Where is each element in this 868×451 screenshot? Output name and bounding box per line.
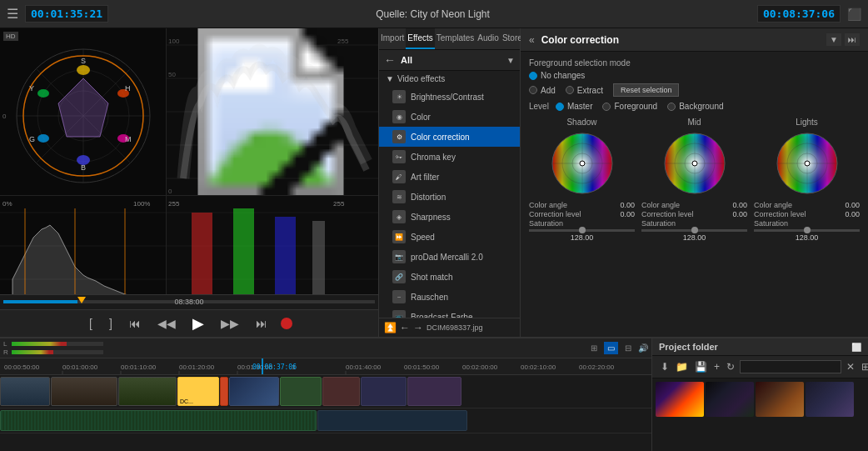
nav-path: DCIM698337.jpg	[427, 323, 515, 332]
level-background-label: Background	[679, 102, 723, 111]
project-folder-header: Project folder ⬜	[652, 338, 868, 356]
import-button[interactable]: ⬇	[659, 359, 671, 374]
effect-prodad[interactable]: 📷 proDad Mercalli 2.0	[379, 247, 520, 267]
radio-no-changes[interactable]: No changes	[529, 71, 585, 80]
project-search-input[interactable]	[740, 360, 841, 373]
mid-color-angle-label: Color angle	[641, 201, 680, 209]
svg-text:00:01:00:00: 00:01:00:00	[62, 363, 98, 371]
reset-selection-button[interactable]: Reset selection	[613, 83, 680, 97]
step-back-button[interactable]: ◀◀	[154, 315, 179, 332]
svg-rect-52	[275, 217, 296, 294]
record-button[interactable]	[281, 318, 292, 329]
timeline-tracks: DC...	[0, 375, 651, 451]
shadow-wheel[interactable]	[549, 130, 616, 197]
expand-icon[interactable]: ⬛	[847, 8, 861, 21]
menu-icon[interactable]: ☰	[7, 6, 18, 22]
mark-in-button[interactable]: [	[86, 315, 96, 332]
level-row: Level Master Foreground Background	[529, 102, 860, 111]
effect-color-correction[interactable]: ⚙ Color correction	[379, 127, 520, 147]
mid-wheel[interactable]	[661, 130, 728, 197]
project-folder-toolbar: ⬇ 📁 💾 + ↻ ✕ ⊞	[652, 356, 868, 378]
effect-color[interactable]: ◉ Color	[379, 107, 520, 127]
shadow-slider-handle	[579, 227, 586, 233]
thumbnail-1[interactable]	[656, 382, 704, 417]
lights-saturation-slider[interactable]	[754, 229, 860, 232]
level-master[interactable]: Master	[556, 102, 593, 111]
level-foreground[interactable]: Foreground	[602, 102, 657, 111]
effect-distortion[interactable]: ≋ Distortion	[379, 187, 520, 207]
mark-out-button[interactable]: ]	[106, 315, 116, 332]
mid-saturation-slider[interactable]	[641, 229, 747, 232]
lights-wheel-col: Lights	[754, 118, 860, 243]
svg-text:B: B	[81, 163, 86, 172]
effect-chroma-key[interactable]: 🗝 Chroma key	[379, 147, 520, 167]
search-clear-icon[interactable]: ✕	[845, 359, 856, 374]
art-filter-icon: 🖌	[392, 170, 406, 183]
refresh-button[interactable]: ↻	[725, 359, 736, 374]
effect-shot-match[interactable]: 🔗 Shot match	[379, 267, 520, 287]
grid-view-icon[interactable]: ⊞	[860, 359, 868, 374]
source-label: Quelle: City of Neon Light	[115, 8, 751, 20]
step-fwd-button[interactable]: ▶▶	[217, 315, 242, 332]
color-icon: ◉	[392, 110, 406, 123]
thumb-image-1	[656, 382, 704, 417]
folder-button[interactable]: 📁	[674, 359, 690, 374]
timeline-tool-split[interactable]: ⊟	[621, 342, 635, 354]
lights-params: Color angle 0.00 Correction level 0.00 S…	[754, 200, 860, 243]
effects-back-button[interactable]: ←	[384, 53, 396, 67]
svg-text:S: S	[81, 57, 86, 65]
mid-params: Color angle 0.00 Correction level 0.00 S…	[641, 200, 747, 243]
next-frame-button[interactable]: ⏭	[252, 315, 271, 332]
shadow-saturation-slider[interactable]	[529, 229, 635, 232]
tab-effects[interactable]: Effects	[406, 28, 434, 49]
radio-add[interactable]: Add	[529, 86, 556, 95]
radio-extract[interactable]: Extract	[566, 86, 603, 95]
play-button[interactable]: ▶	[189, 313, 207, 334]
svg-text:H: H	[125, 84, 131, 93]
thumbnail-2[interactable]	[706, 382, 754, 417]
thumbnail-3[interactable]	[756, 382, 804, 417]
panel-back-button[interactable]: «	[529, 34, 535, 46]
level-background[interactable]: Background	[667, 102, 723, 111]
panel-nav-icon[interactable]: ⏭	[845, 33, 860, 46]
collapse-icon[interactable]: ⏫	[384, 322, 397, 333]
color-body: Foreground selection mode No changes Add…	[521, 52, 868, 337]
effect-speed[interactable]: ⏩ Speed	[379, 227, 520, 247]
thumbnail-4[interactable]	[806, 382, 854, 417]
tab-templates[interactable]: Templates	[435, 28, 476, 49]
save-button[interactable]: 💾	[693, 359, 709, 374]
panel-dropdown-icon[interactable]: ▼	[826, 33, 841, 46]
lights-wheel[interactable]	[774, 130, 841, 197]
progress-bar[interactable]: 08:38:00	[0, 294, 378, 309]
add-button[interactable]: +	[712, 359, 721, 374]
progress-fill	[3, 300, 77, 303]
project-folder-expand-icon[interactable]: ⬜	[851, 343, 861, 352]
prodad-icon: 📷	[392, 250, 406, 263]
effects-panel: Import Effects Templates Audio Store ← A…	[379, 28, 521, 337]
effect-sharpness[interactable]: ◈ Sharpness	[379, 207, 520, 227]
svg-rect-53	[312, 221, 325, 294]
effect-broadcast[interactable]: 📺 Broadcast-Farbe	[379, 307, 520, 318]
effect-brightness-contrast[interactable]: ☀ Brightness/Contrast	[379, 87, 520, 107]
lights-color-angle-val: 0.00	[845, 201, 860, 209]
back-nav-icon[interactable]: ←	[400, 322, 410, 333]
svg-rect-50	[192, 213, 212, 294]
radio-dot-add	[529, 86, 537, 94]
svg-text:Y: Y	[29, 84, 34, 93]
tab-import[interactable]: Import	[379, 28, 406, 49]
progress-time: 08:38:00	[174, 298, 203, 306]
prev-frame-button[interactable]: ⏮	[126, 315, 144, 332]
shot-match-icon: 🔗	[392, 270, 406, 283]
effects-expand-icon[interactable]: ▼	[506, 56, 515, 65]
timeline-tool-active[interactable]: ▭	[604, 342, 618, 354]
brightness-icon: ☀	[392, 90, 406, 103]
effects-category-video[interactable]: ▼ Video effects	[379, 71, 520, 87]
histogram-left: 0% 100% 0% 100%	[0, 196, 167, 294]
fwd-nav-icon[interactable]: →	[413, 322, 423, 333]
tab-audio[interactable]: Audio	[476, 28, 501, 49]
effect-rauschen[interactable]: ~ Rauschen	[379, 287, 520, 307]
effect-art-filter[interactable]: 🖌 Art filter	[379, 167, 520, 187]
sharpness-icon: ◈	[392, 210, 406, 223]
timeline-tool-select[interactable]: ⊞	[587, 342, 601, 354]
svg-text:M: M	[125, 135, 132, 143]
